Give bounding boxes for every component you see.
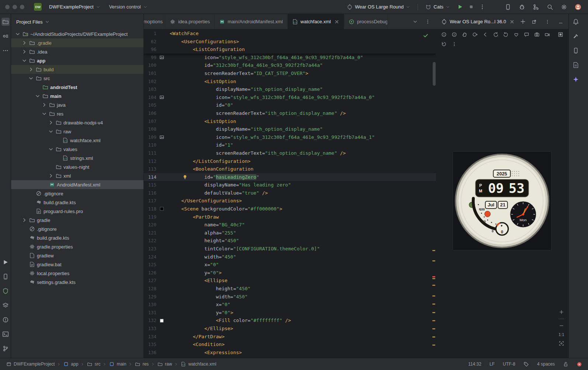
device-selector[interactable]: Wear OS Large Round bbox=[344, 3, 413, 11]
code-line-115[interactable]: 115 displayName="Has leading zero" bbox=[144, 181, 436, 189]
device-manager-icon[interactable] bbox=[572, 47, 580, 55]
code-line-131[interactable]: 131 y="0"> bbox=[144, 309, 436, 317]
tab-processdebug[interactable]: processDebug bbox=[344, 14, 388, 29]
chevron-down-icon[interactable] bbox=[48, 146, 54, 152]
minimize-window-button[interactable] bbox=[13, 5, 17, 9]
stripe-mark[interactable] bbox=[432, 250, 435, 251]
rotate-right-icon[interactable] bbox=[502, 31, 509, 38]
code-line-118[interactable]: 118 <Scene backgroundColor="#ff000000"> bbox=[144, 205, 436, 213]
code-line-100[interactable]: 100 id="312c30bf_f64a_461e_9c93_992f2fb7… bbox=[144, 61, 436, 69]
tree-item-values-night[interactable]: values-night bbox=[11, 162, 143, 171]
tree-item-proguard-rules-pro[interactable]: proguard-rules.pro bbox=[11, 207, 143, 216]
code-line-113[interactable]: 113 <BooleanConfiguration bbox=[144, 165, 436, 173]
inspect-icon[interactable] bbox=[557, 31, 564, 38]
button-1-icon[interactable]: 1 bbox=[440, 31, 447, 38]
chevron-right-icon[interactable] bbox=[48, 173, 54, 179]
close-window-button[interactable] bbox=[5, 5, 10, 9]
tree-item-res[interactable]: res bbox=[11, 109, 143, 118]
tag-indicator-icon[interactable] bbox=[523, 362, 529, 367]
stripe-mark[interactable] bbox=[432, 276, 435, 277]
tree-item-build-gradle-kts[interactable]: build.gradle.kts bbox=[11, 198, 143, 207]
editor[interactable]: 1<WatchFace62 <UserConfigurations>96 <Li… bbox=[144, 30, 436, 358]
code-line-133[interactable]: 133 </Ellipse> bbox=[144, 325, 436, 333]
more-actions-icon[interactable] bbox=[478, 3, 486, 11]
tree-item-gradle[interactable]: gradle bbox=[11, 216, 143, 225]
stripe-mark[interactable] bbox=[432, 278, 435, 279]
zoom-out-button[interactable] bbox=[558, 322, 565, 329]
inspection-ok-icon[interactable] bbox=[423, 32, 429, 38]
tree-item-drawable-nodpi-v4[interactable]: drawable-nodpi-v4 bbox=[11, 118, 143, 127]
chevron-down-icon[interactable] bbox=[28, 75, 34, 81]
devices-icon[interactable] bbox=[1, 273, 10, 281]
tree-item-androidmanifest-xml[interactable]: AndroidManifest.xml bbox=[11, 180, 143, 189]
tree-item-settings-gradle-kts[interactable]: settings.gradle.kts bbox=[11, 278, 143, 287]
vcs-widget[interactable]: Version control bbox=[106, 3, 151, 11]
device-screen[interactable]: 2025 P M 09 53 Jul 21 Mon bbox=[453, 151, 551, 250]
palm-icon[interactable] bbox=[461, 31, 468, 38]
build-tools-icon[interactable] bbox=[572, 32, 580, 40]
code-line-96[interactable]: 96 <ListConfiguration bbox=[144, 45, 436, 54]
video-icon[interactable] bbox=[544, 31, 550, 38]
code-line-135[interactable]: 135 <Condition> bbox=[144, 340, 436, 349]
stripe-mark[interactable] bbox=[432, 328, 435, 329]
tree-item-java[interactable]: java bbox=[11, 100, 143, 109]
run-button[interactable] bbox=[456, 3, 464, 11]
chevron-right-icon[interactable] bbox=[41, 102, 47, 108]
terminal-icon[interactable] bbox=[1, 330, 10, 338]
tree-item-raw[interactable]: raw bbox=[11, 127, 143, 136]
file-encoding[interactable]: UTF-8 bbox=[503, 362, 515, 367]
code-line-121[interactable]: 121 alpha="255" bbox=[144, 229, 436, 237]
hidden-tabs-icon[interactable] bbox=[411, 18, 419, 26]
code-line-1[interactable]: 1<WatchFace bbox=[144, 30, 436, 38]
code-line-110[interactable]: 110 id="1" bbox=[144, 141, 436, 149]
tree-item--idea[interactable]: .idea bbox=[11, 47, 143, 56]
zoom-in-button[interactable] bbox=[558, 309, 565, 315]
coverage-icon[interactable] bbox=[1, 287, 10, 295]
tree-item-gradlew-bat[interactable]: gradlew.bat bbox=[11, 260, 143, 269]
stripe-mark[interactable] bbox=[432, 312, 435, 313]
code-line-106[interactable]: 106 screenReaderText="ith_option_display… bbox=[144, 109, 436, 117]
breadcrumb-raw[interactable]: raw bbox=[157, 362, 172, 367]
panel-options-icon[interactable] bbox=[543, 18, 551, 26]
button-2-icon[interactable]: 2 bbox=[451, 31, 457, 38]
tree-item-gradle-properties[interactable]: gradle.properties bbox=[11, 242, 143, 251]
chevron-right-icon[interactable] bbox=[21, 217, 27, 223]
breadcrumb-app[interactable]: app bbox=[63, 362, 78, 367]
avatar-icon[interactable] bbox=[574, 3, 582, 11]
tab-options-icon[interactable] bbox=[423, 18, 432, 26]
chevron-right-icon[interactable] bbox=[21, 40, 27, 46]
tree-item-gradlew[interactable]: gradlew bbox=[11, 251, 143, 260]
code-line-104[interactable]: 104 icon="style_wfs_312c30bf_f64a_461e_9… bbox=[144, 93, 436, 102]
run-configuration-selector[interactable]: Cats bbox=[422, 3, 453, 11]
tab-main-androidmanifest-xml[interactable]: main/AndroidManifest.xml bbox=[215, 14, 288, 29]
chevron-down-icon[interactable] bbox=[21, 58, 27, 64]
gemini-icon[interactable] bbox=[572, 75, 580, 83]
tree-item--gitignore[interactable]: .gitignore bbox=[11, 189, 143, 198]
tab-moptions[interactable]: moptions bbox=[144, 14, 165, 29]
close-icon[interactable] bbox=[509, 19, 515, 24]
reset-icon[interactable] bbox=[440, 41, 447, 47]
code-line-62[interactable]: 62 <UserConfigurations> bbox=[144, 38, 436, 46]
code-line-128[interactable]: 128 height="450" bbox=[144, 285, 436, 293]
messages-icon[interactable] bbox=[523, 31, 530, 38]
assistant-icon[interactable] bbox=[572, 61, 580, 69]
breadcrumb-watchface-xml[interactable]: </>watchface.xml bbox=[180, 362, 216, 367]
tree-item-watchface-xml[interactable]: </>watchface.xml bbox=[11, 136, 143, 145]
tree-item--androidstudioprojects-dwfexampleproject[interactable]: ~/AndroidStudioProjects/DWFExampleProjec… bbox=[11, 30, 143, 38]
tree-item-main[interactable]: main bbox=[11, 92, 143, 100]
chevron-right-icon[interactable] bbox=[48, 120, 54, 126]
tree-item-values[interactable]: values bbox=[11, 145, 143, 154]
settings-icon[interactable] bbox=[560, 3, 568, 11]
chevron-down-icon[interactable] bbox=[41, 111, 47, 117]
code-line-125[interactable]: 125 x="0" bbox=[144, 261, 436, 269]
hide-panel-icon[interactable] bbox=[557, 18, 565, 26]
screenshot-button[interactable] bbox=[558, 340, 565, 347]
breadcrumb-src[interactable]: src bbox=[87, 362, 100, 367]
tree-item-build-gradle-kts[interactable]: build.gradle.kts bbox=[11, 233, 143, 242]
chevron-right-icon[interactable] bbox=[28, 66, 34, 72]
code-line-119[interactable]: 119 <PartDraw bbox=[144, 213, 436, 221]
device-manager-icon[interactable] bbox=[504, 3, 512, 11]
code-line-111[interactable]: 111 screenReaderText="ith_option_display… bbox=[144, 149, 436, 157]
tree-item--gitignore[interactable]: .gitignore bbox=[11, 225, 143, 233]
code-line-129[interactable]: 129 width="450" bbox=[144, 293, 436, 301]
